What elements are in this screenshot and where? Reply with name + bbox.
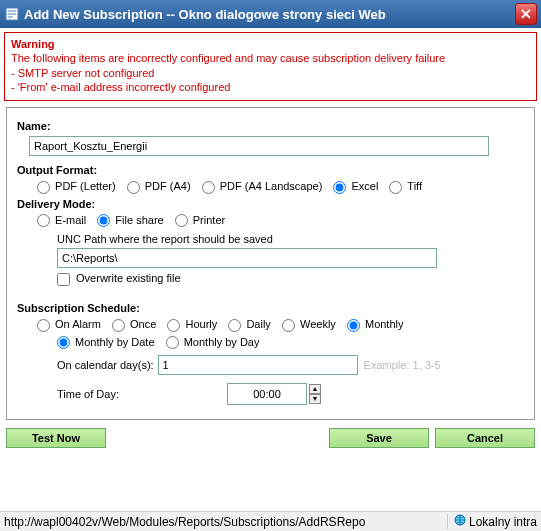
spinner-up-button[interactable]: ▲ [309, 384, 321, 394]
radio-email[interactable]: E-mail [37, 214, 86, 226]
calendar-days-example: Example: 1, 3-5 [364, 359, 441, 371]
name-label: Name: [17, 120, 524, 132]
window-title: Add New Subscription -- Okno dialogowe s… [24, 7, 515, 22]
calendar-days-row: On calendar day(s): Example: 1, 3-5 [57, 355, 524, 375]
warning-line: - SMTP server not configured [11, 66, 530, 80]
save-button[interactable]: Save [329, 428, 429, 448]
radio-once[interactable]: Once [112, 318, 156, 330]
radio-hourly[interactable]: Hourly [167, 318, 217, 330]
globe-icon [454, 514, 466, 529]
radio-monthly[interactable]: Monthly [347, 318, 404, 330]
radio-monthly-by-day[interactable]: Monthly by Day [166, 336, 260, 348]
time-of-day-label: Time of Day: [57, 388, 227, 400]
radio-onalarm[interactable]: On Alarm [37, 318, 101, 330]
spinner-down-button[interactable]: ▼ [309, 394, 321, 404]
title-bar: Add New Subscription -- Okno dialogowe s… [0, 0, 541, 28]
output-format-group: PDF (Letter) PDF (A4) PDF (A4 Landscape)… [37, 180, 524, 194]
radio-printer[interactable]: Printer [175, 214, 225, 226]
security-zone: Lokalny intra [447, 514, 537, 529]
app-icon [4, 6, 20, 22]
time-of-day-row: Time of Day: ▲ ▼ [57, 383, 524, 405]
cancel-button[interactable]: Cancel [435, 428, 535, 448]
radio-tiff[interactable]: Tiff [389, 180, 422, 192]
radio-daily[interactable]: Daily [228, 318, 271, 330]
radio-weekly[interactable]: Weekly [282, 318, 336, 330]
overwrite-checkbox[interactable]: Overwrite existing file [57, 272, 181, 284]
status-bar: http://wapl00402v/Web/Modules/Reports/Su… [0, 511, 541, 531]
schedule-group: On Alarm Once Hourly Daily Weekly Monthl… [37, 318, 524, 332]
fileshare-options: UNC Path where the report should be save… [57, 233, 524, 286]
radio-pdf-a4[interactable]: PDF (A4) [127, 180, 191, 192]
close-button[interactable]: ✕ [515, 3, 537, 25]
warning-line: - 'From' e-mail address incorrectly conf… [11, 80, 530, 94]
radio-pdf-a4-landscape[interactable]: PDF (A4 Landscape) [202, 180, 323, 192]
output-format-label: Output Format: [17, 164, 524, 176]
form-panel: Name: Output Format: PDF (Letter) PDF (A… [6, 107, 535, 420]
name-input[interactable] [29, 136, 489, 156]
unc-path-input[interactable] [57, 248, 437, 268]
delivery-mode-group: E-mail File share Printer [37, 214, 524, 228]
warning-box: Warning The following items are incorrec… [4, 32, 537, 101]
time-of-day-input[interactable] [227, 383, 307, 405]
status-url: http://wapl00402v/Web/Modules/Reports/Su… [4, 515, 441, 529]
close-icon: ✕ [520, 6, 532, 22]
radio-fileshare[interactable]: File share [97, 214, 163, 226]
time-spinner: ▲ ▼ [309, 384, 321, 404]
unc-path-label: UNC Path where the report should be save… [57, 233, 524, 245]
test-now-button[interactable]: Test Now [6, 428, 106, 448]
delivery-mode-label: Delivery Mode: [17, 198, 524, 210]
calendar-days-label: On calendar day(s): [57, 359, 154, 371]
warning-title: Warning [11, 37, 530, 51]
radio-excel[interactable]: Excel [333, 180, 378, 192]
radio-pdf-letter[interactable]: PDF (Letter) [37, 180, 116, 192]
radio-monthly-by-date[interactable]: Monthly by Date [57, 336, 155, 348]
monthly-mode-group: Monthly by Date Monthly by Day [57, 336, 524, 350]
button-row: Test Now Save Cancel [6, 428, 535, 448]
calendar-days-input[interactable] [158, 355, 358, 375]
subscription-schedule-label: Subscription Schedule: [17, 302, 524, 314]
zone-text: Lokalny intra [469, 515, 537, 529]
warning-line: The following items are incorrectly conf… [11, 51, 530, 65]
